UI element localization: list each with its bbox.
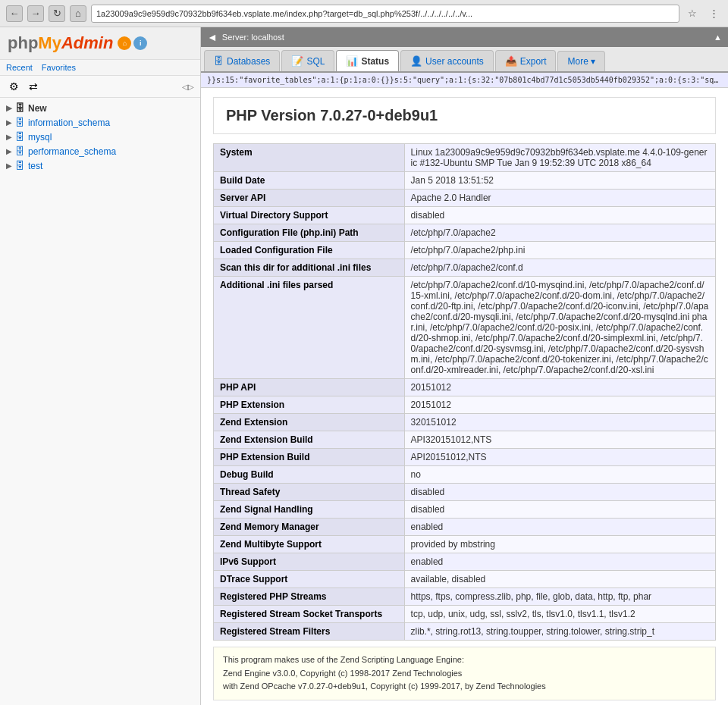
table-cell-label: PHP Extension Build bbox=[214, 449, 405, 466]
table-cell-value: 20151012 bbox=[404, 396, 715, 414]
table-cell-value: https, ftps, compress.zlib, php, file, g… bbox=[404, 588, 715, 606]
tab-sql-label: SQL bbox=[306, 56, 325, 67]
page-section: PHP Version 7.0.27-0+deb9u1 SystemLinux … bbox=[201, 88, 728, 705]
tab-user-accounts[interactable]: 👤 User accounts bbox=[400, 50, 494, 71]
table-cell-value: zlib.*, string.rot13, string.toupper, st… bbox=[404, 623, 715, 641]
logo-area: phpMyAdmin ⌂ i bbox=[0, 27, 200, 60]
sql-tab-icon: 📝 bbox=[291, 55, 303, 67]
sidebar-item-performance-schema[interactable]: ▶ 🗄 performance_schema bbox=[0, 144, 200, 158]
db-name-2: mysql bbox=[28, 132, 52, 143]
sidebar-item-information-schema[interactable]: ▶ 🗄 information_schema bbox=[0, 115, 200, 130]
tab-databases[interactable]: 🗄 Databases bbox=[204, 50, 280, 71]
db-name-1: information_schema bbox=[28, 118, 110, 128]
table-row: Zend Extension320151012 bbox=[214, 414, 716, 431]
databases-tab-icon: 🗄 bbox=[214, 55, 224, 67]
app-layout: phpMyAdmin ⌂ i Recent Favorites ⚙ ⇄ ◁▷ ▶… bbox=[0, 27, 728, 705]
logo-icon-house: ⌂ bbox=[118, 36, 131, 50]
topbar-expand-icon[interactable]: ▲ bbox=[714, 33, 722, 42]
tab-status[interactable]: 📊 Status bbox=[336, 50, 399, 71]
table-row: Registered Stream Socket Transportstcp, … bbox=[214, 606, 716, 623]
table-cell-value: tcp, udp, unix, udg, ssl, sslv2, tls, tl… bbox=[404, 606, 715, 623]
settings-icon[interactable]: ⚙ bbox=[6, 79, 21, 94]
table-row: PHP API20151012 bbox=[214, 379, 716, 396]
table-cell-value: provided by mbstring bbox=[404, 536, 715, 553]
table-cell-label: Zend Signal Handling bbox=[214, 501, 405, 519]
sidebar-item-mysql[interactable]: ▶ 🗄 mysql bbox=[0, 130, 200, 144]
table-row: Zend Signal Handlingdisabled bbox=[214, 501, 716, 519]
table-cell-label: Registered PHP Streams bbox=[214, 588, 405, 606]
topbar-collapse-btn[interactable]: ◄ bbox=[207, 31, 218, 43]
bookmark-button[interactable]: ☆ bbox=[684, 5, 701, 22]
table-cell-label: Debug Build bbox=[214, 466, 405, 484]
table-row: Loaded Configuration File/etc/php/7.0/ap… bbox=[214, 242, 716, 259]
table-row: Configuration File (php.ini) Path/etc/ph… bbox=[214, 224, 716, 242]
sql-bar: }}s:15:"favorite_tables";a:1:{p:1;a:0:{}… bbox=[201, 73, 728, 88]
info-table: SystemLinux 1a23009a9c9e959d9c70932bb9f6… bbox=[213, 143, 716, 641]
table-cell-label: DTrace Support bbox=[214, 571, 405, 588]
tab-export[interactable]: 📤 Export bbox=[495, 50, 557, 71]
zend-info-box: This program makes use of the Zend Scrip… bbox=[213, 647, 716, 700]
table-cell-label: Zend Extension Build bbox=[214, 431, 405, 449]
zend-line-3: with Zend OPcache v7.0.27-0+deb9u1, Copy… bbox=[223, 680, 706, 694]
new-toggle: ▶ bbox=[6, 104, 12, 112]
db-name-4: test bbox=[28, 161, 42, 171]
table-row: Build DateJan 5 2018 13:51:52 bbox=[214, 172, 716, 190]
db-name-3: performance_schema bbox=[28, 146, 116, 157]
export-tab-icon: 📤 bbox=[505, 55, 517, 67]
menu-button[interactable]: ⋮ bbox=[705, 5, 722, 22]
table-row: Virtual Directory Supportdisabled bbox=[214, 207, 716, 224]
tab-export-label: Export bbox=[520, 56, 547, 67]
table-row: Zend Extension BuildAPI320151012,NTS bbox=[214, 431, 716, 449]
page-title: PHP Version 7.0.27-0+deb9u1 bbox=[226, 107, 438, 124]
table-cell-label: Loaded Configuration File bbox=[214, 242, 405, 259]
table-cell-value: enabled bbox=[404, 553, 715, 571]
table-row: SystemLinux 1a23009a9c9e959d9c70932bb9f6… bbox=[214, 144, 716, 172]
sync-icon[interactable]: ⇄ bbox=[26, 79, 41, 94]
sidebar-links-bar: Recent Favorites bbox=[0, 60, 200, 76]
zend-line-2: Zend Engine v3.0.0, Copyright (c) 1998-2… bbox=[223, 667, 706, 681]
nav-tabs: 🗄 Databases 📝 SQL 📊 Status 👤 User accoun… bbox=[201, 47, 728, 73]
sidebar-tools: ⚙ ⇄ ◁▷ bbox=[0, 76, 200, 98]
table-row: PHP Extension20151012 bbox=[214, 396, 716, 414]
new-label: New bbox=[28, 103, 47, 114]
url-bar[interactable] bbox=[91, 5, 679, 23]
table-cell-value: /etc/php/7.0/apache2 bbox=[404, 224, 715, 242]
zend-line-1: This program makes use of the Zend Scrip… bbox=[223, 653, 706, 667]
db-icon-1: 🗄 bbox=[15, 117, 25, 128]
home-button[interactable]: ⌂ bbox=[70, 5, 86, 22]
table-row: Registered PHP Streamshttps, ftps, compr… bbox=[214, 588, 716, 606]
back-button[interactable]: ← bbox=[6, 5, 23, 22]
favorites-link[interactable]: Favorites bbox=[42, 63, 76, 72]
page-title-box: PHP Version 7.0.27-0+deb9u1 bbox=[213, 97, 716, 134]
collapse-sidebar-icon[interactable]: ◁▷ bbox=[182, 83, 194, 91]
reload-button[interactable]: ↻ bbox=[49, 5, 65, 22]
table-cell-label: Virtual Directory Support bbox=[214, 207, 405, 224]
table-cell-value: Apache 2.0 Handler bbox=[404, 190, 715, 207]
new-db-icon: 🗄 bbox=[15, 102, 25, 114]
table-cell-value: /etc/php/7.0/apache2/php.ini bbox=[404, 242, 715, 259]
forward-button[interactable]: → bbox=[27, 5, 44, 22]
logo-php: php bbox=[8, 33, 38, 52]
tab-more-label: More ▾ bbox=[567, 56, 595, 67]
db-icon-4: 🗄 bbox=[15, 160, 25, 171]
sidebar-item-test[interactable]: ▶ 🗄 test bbox=[0, 158, 200, 173]
new-database-item[interactable]: ▶ 🗄 New bbox=[0, 101, 200, 115]
topbar-left: ◄ Server: localhost bbox=[207, 31, 284, 43]
table-row: Registered Stream Filterszlib.*, string.… bbox=[214, 623, 716, 641]
table-row: Thread Safetydisabled bbox=[214, 484, 716, 501]
table-cell-label: Zend Memory Manager bbox=[214, 519, 405, 536]
table-cell-label: System bbox=[214, 144, 405, 172]
status-tab-icon: 📊 bbox=[346, 55, 358, 67]
logo-icon-info: i bbox=[133, 36, 147, 50]
table-cell-value: disabled bbox=[404, 501, 715, 519]
recent-link[interactable]: Recent bbox=[6, 63, 33, 72]
tab-more[interactable]: More ▾ bbox=[557, 51, 605, 71]
tab-databases-label: Databases bbox=[227, 56, 270, 67]
table-cell-value: Jan 5 2018 13:51:52 bbox=[404, 172, 715, 190]
table-cell-label: Scan this dir for additional .ini files bbox=[214, 259, 405, 277]
table-cell-value: disabled bbox=[404, 484, 715, 501]
table-cell-label: Configuration File (php.ini) Path bbox=[214, 224, 405, 242]
logo-admin: Admin bbox=[61, 33, 113, 52]
tab-sql[interactable]: 📝 SQL bbox=[281, 50, 334, 71]
expand-toggle-1: ▶ bbox=[6, 118, 12, 127]
